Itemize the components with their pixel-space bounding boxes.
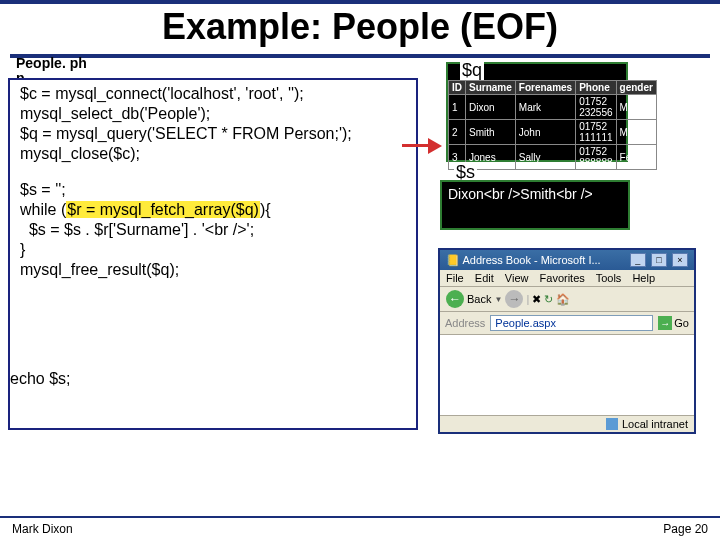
zone-label: Local intranet: [622, 418, 688, 430]
code-line: while ($r = mysql_fetch_array($q)){: [20, 200, 410, 220]
close-button[interactable]: ×: [672, 253, 688, 267]
maximize-button[interactable]: □: [651, 253, 667, 267]
col-header: ID: [449, 81, 466, 95]
slide-title: Example: People (EOF): [0, 6, 720, 48]
code-line: $s = '';: [20, 180, 410, 200]
browser-toolbar: ← Back ▼ → | ✖ ↻ 🏠: [440, 287, 694, 312]
cell: Female: [616, 145, 656, 170]
zone-icon: [606, 418, 618, 430]
q-variable-label: $q: [460, 60, 484, 81]
cell: Smith: [466, 120, 516, 145]
go-icon: →: [658, 316, 672, 330]
refresh-icon[interactable]: ↻: [544, 293, 553, 306]
menu-favorites[interactable]: Favorites: [540, 272, 585, 284]
menu-edit[interactable]: Edit: [475, 272, 494, 284]
browser-window: 📒 Address Book - Microsoft I... _ □ × Fi…: [438, 248, 696, 434]
code-line: mysql_select_db('People');: [20, 104, 410, 124]
cell: 01752 888888: [576, 145, 616, 170]
cell: Male: [616, 95, 656, 120]
address-bar: Address People.aspx → Go: [440, 312, 694, 335]
code-echo-line: echo $s;: [10, 370, 70, 388]
code-line: }: [20, 240, 410, 260]
address-label: Address: [445, 317, 485, 329]
minimize-button[interactable]: _: [630, 253, 646, 267]
cell: Sally: [515, 145, 575, 170]
code-line: $c = mysql_connect('localhost', 'root', …: [20, 84, 410, 104]
separator: |: [526, 293, 529, 305]
col-header: gender: [616, 81, 656, 95]
browser-menubar: File Edit View Favorites Tools Help: [440, 270, 694, 287]
slide-footer: Mark Dixon Page 20: [0, 516, 720, 540]
cell: Mark: [515, 95, 575, 120]
col-header: Surname: [466, 81, 516, 95]
code-line: $s = $s . $r['Surname'] . '<br />';: [20, 220, 410, 240]
browser-content: [440, 335, 694, 415]
browser-titlebar: 📒 Address Book - Microsoft I... _ □ ×: [440, 250, 694, 270]
title-underline: [10, 54, 710, 58]
go-button[interactable]: → Go: [658, 316, 689, 330]
table-header-row: ID Surname Forenames Phone gender: [449, 81, 657, 95]
s-output-box: Dixon<br />Smith<br />: [440, 180, 630, 230]
table-row: 2 Smith John 01752 111111 Male: [449, 120, 657, 145]
footer-page: Page 20: [663, 522, 708, 536]
code-line: $q = mysql_query('SELECT * FROM Person;'…: [20, 124, 410, 144]
menu-help[interactable]: Help: [632, 272, 655, 284]
footer-author: Mark Dixon: [12, 522, 73, 536]
cell: 01752 232556: [576, 95, 616, 120]
go-label: Go: [674, 317, 689, 329]
menu-file[interactable]: File: [446, 272, 464, 284]
result-table: ID Surname Forenames Phone gender 1 Dixo…: [448, 80, 657, 170]
cell: Dixon: [466, 95, 516, 120]
code-line: mysql_close($c);: [20, 144, 410, 164]
menu-tools[interactable]: Tools: [596, 272, 622, 284]
home-icon[interactable]: 🏠: [556, 293, 570, 306]
stop-icon[interactable]: ✖: [532, 293, 541, 306]
cell: 2: [449, 120, 466, 145]
back-icon[interactable]: ←: [446, 290, 464, 308]
page-icon: 📒: [446, 254, 460, 266]
menu-view[interactable]: View: [505, 272, 529, 284]
code-fragment: while (: [20, 201, 66, 218]
forward-icon: →: [505, 290, 523, 308]
window-buttons: _ □ ×: [628, 253, 688, 267]
blank-line: [20, 164, 410, 180]
browser-title: Address Book - Microsoft I...: [462, 254, 600, 266]
cell: 01752 111111: [576, 120, 616, 145]
table-row: 1 Dixon Mark 01752 232556 Male: [449, 95, 657, 120]
arrow-icon: [402, 138, 442, 154]
back-label[interactable]: Back: [467, 293, 491, 305]
cell: Male: [616, 120, 656, 145]
col-header: Forenames: [515, 81, 575, 95]
code-line: mysql_free_result($q);: [20, 260, 410, 280]
highlighted-code: $r = mysql_fetch_array($q): [66, 201, 260, 218]
address-input[interactable]: People.aspx: [490, 315, 653, 331]
top-accent-bar: [0, 0, 720, 4]
code-fragment: ){: [260, 201, 271, 218]
dropdown-icon[interactable]: ▼: [494, 295, 502, 304]
browser-statusbar: Local intranet: [440, 415, 694, 432]
table-row: 3 Jones Sally 01752 888888 Female: [449, 145, 657, 170]
cell: John: [515, 120, 575, 145]
cell: 1: [449, 95, 466, 120]
col-header: Phone: [576, 81, 616, 95]
